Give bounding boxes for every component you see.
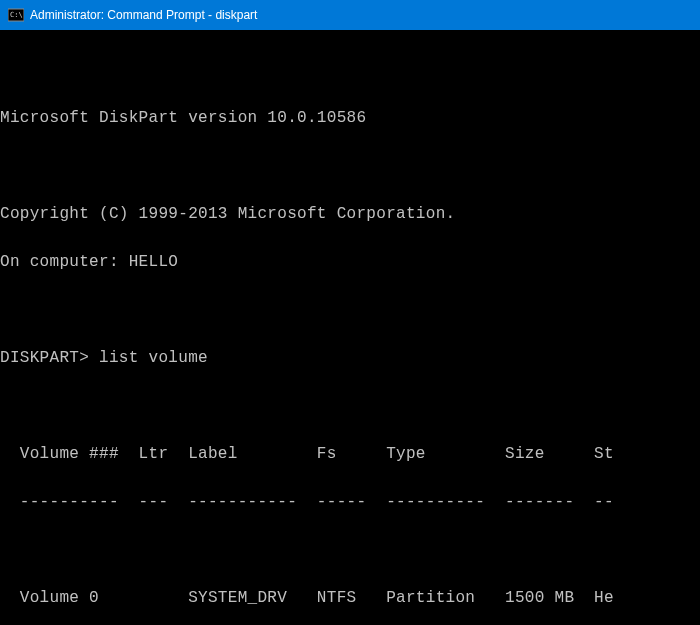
blank-line [0,394,696,418]
blank-line [0,538,696,562]
table-header: Volume ### Ltr Label Fs Type Size St [0,442,696,466]
version-line: Microsoft DiskPart version 10.0.10586 [0,106,696,130]
copyright-line: Copyright (C) 1999-2013 Microsoft Corpor… [0,202,696,226]
cmd-icon: C:\ [8,7,24,23]
table-row: Volume 0 SYSTEM_DRV NTFS Partition 1500 … [0,586,696,610]
blank-line [0,298,696,322]
terminal-area[interactable]: Microsoft DiskPart version 10.0.10586 Co… [0,30,700,625]
prompt-text: DISKPART> [0,346,89,370]
prompt-line-1: DISKPART> list volume [0,346,696,370]
command-text: list volume [99,346,208,370]
blank-line [0,154,696,178]
table-divider: ---------- --- ----------- ----- -------… [0,490,696,514]
blank-line [0,58,696,82]
computer-line: On computer: HELLO [0,250,696,274]
titlebar[interactable]: C:\ Administrator: Command Prompt - disk… [0,0,700,30]
svg-text:C:\: C:\ [10,11,23,19]
window-title: Administrator: Command Prompt - diskpart [30,8,257,22]
